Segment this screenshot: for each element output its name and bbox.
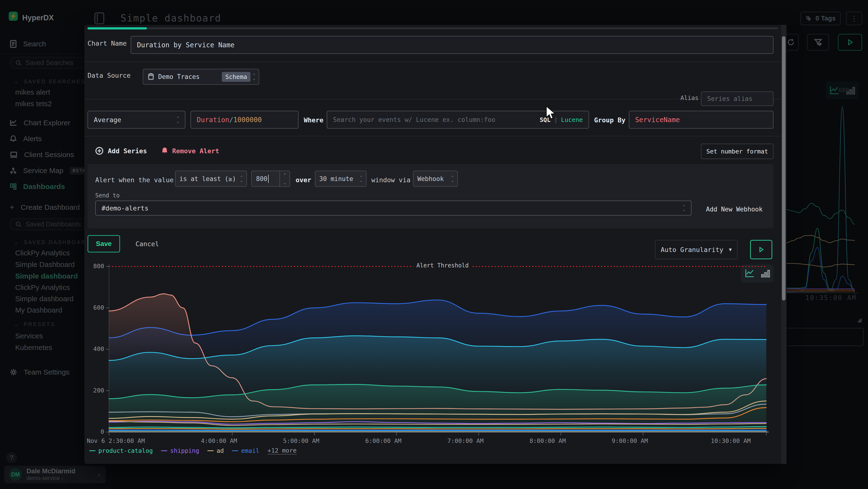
x-axis-label: 6:00:00 AM (365, 437, 402, 444)
legend-item-email[interactable]: email (232, 447, 259, 454)
legend-item-ad[interactable]: ad (207, 447, 224, 454)
legend-item--12-more[interactable]: +12 more (268, 447, 297, 455)
x-axis-label: Nov 6 2:30:00 AM (87, 437, 145, 444)
legend-item-product-catalog[interactable]: product-catalog (89, 447, 153, 454)
edit-chart-modal: Chart Name Duration by Service Name Data… (84, 25, 781, 464)
x-axis-label: 10:30:00 AM (711, 437, 868, 444)
y-axis-label: 600 (85, 304, 104, 311)
legend-item-shipping[interactable]: shipping (161, 447, 199, 454)
modal-scrollbar-thumb[interactable] (782, 36, 785, 300)
x-axis-label: 9:00:00 AM (612, 437, 648, 444)
legend-swatch (207, 450, 214, 451)
app-root: ⚡ HyperDX Simple dashboard 0 Tags ⋮ Sear… (0, 0, 868, 489)
chart-legend: product-catalogshippingademail+12 more (89, 447, 297, 455)
x-axis-label: 8:00:00 AM (529, 437, 566, 444)
mouse-cursor (546, 106, 556, 120)
y-axis-label: 0 (85, 428, 104, 435)
legend-swatch (161, 450, 167, 451)
x-axis-label: 7:00:00 AM (447, 437, 484, 444)
modal-scrollbar-track[interactable] (781, 25, 786, 464)
legend-more[interactable]: +12 more (268, 447, 297, 455)
y-axis-label: 200 (85, 387, 104, 394)
series-series-blue2-line (109, 430, 766, 430)
main-chart (0, 0, 868, 489)
alert-threshold-label: Alert Threshold (413, 262, 472, 269)
x-axis-label: 5:00:00 AM (283, 437, 319, 444)
y-axis-label: 800 (85, 263, 104, 269)
legend-swatch (89, 450, 95, 451)
x-axis-label: 4:00:00 AM (201, 437, 237, 444)
legend-swatch (232, 450, 238, 451)
y-axis-label: 400 (85, 345, 104, 352)
